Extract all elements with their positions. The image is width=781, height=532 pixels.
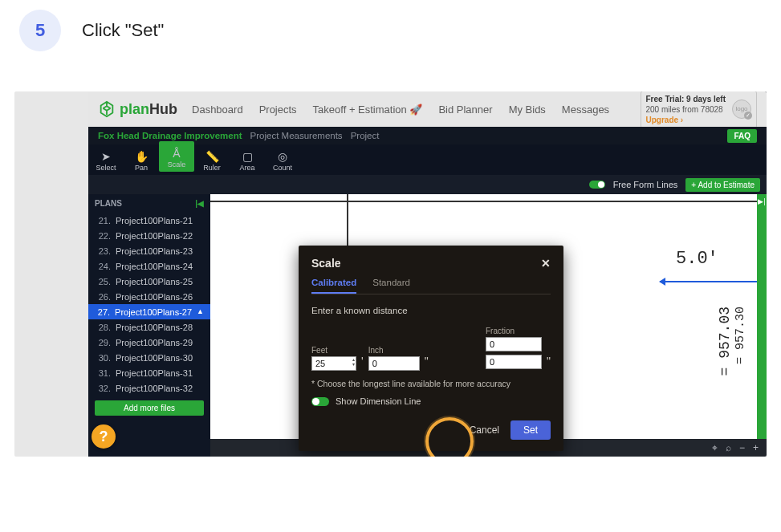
nav-messages[interactable]: Messages	[562, 104, 609, 116]
tab-calibrated[interactable]: Calibrated	[311, 278, 356, 294]
modal-title: Scale	[311, 257, 341, 270]
plan-num: 26.	[95, 292, 111, 302]
plan-name: Project100Plans-27	[115, 307, 192, 317]
label-feet: Feet	[311, 346, 356, 355]
nav-projects[interactable]: Projects	[259, 104, 297, 116]
trial-banner[interactable]: Free Trial: 9 days left 200 miles from 7…	[641, 91, 758, 128]
plan-name: Project100Plans-21	[116, 216, 193, 225]
nav-bid-planner[interactable]: Bid Planner	[438, 104, 492, 116]
input-feet[interactable]	[311, 356, 356, 371]
plan-name: Project100Plans-30	[116, 353, 193, 363]
plan-name: Project100Plans-32	[116, 384, 193, 393]
plans-title: PLANS	[95, 199, 122, 208]
plan-num: 30.	[95, 353, 111, 363]
plan-name: Project100Plans-31	[116, 368, 193, 378]
step-instruction: Click "Set"	[82, 20, 164, 41]
modal-close-icon[interactable]: ✕	[541, 257, 551, 270]
plan-name: Project100Plans-26	[116, 292, 193, 302]
plan-item[interactable]: 31.Project100Plans-31	[88, 365, 210, 380]
options-strip: Free Form Lines + Add to Estimate	[88, 175, 767, 194]
brand-text-right: Hub	[149, 101, 177, 117]
plan-name: Project100Plans-29	[116, 338, 193, 347]
plan-name: Project100Plans-24	[116, 262, 193, 271]
brand-text-left: plan	[120, 101, 149, 117]
tool-count[interactable]: ◎Count	[265, 151, 300, 172]
plan-name: Project100Plans-22	[116, 231, 193, 241]
show-dimension-toggle[interactable]	[311, 397, 329, 406]
input-inch[interactable]	[368, 356, 420, 371]
input-fraction-den[interactable]	[486, 355, 542, 369]
frac-mark: "	[547, 355, 551, 368]
plan-item[interactable]: 29.Project100Plans-29	[88, 335, 210, 350]
free-form-label: Free Form Lines	[613, 180, 678, 189]
plan-item[interactable]: 23.Project100Plans-23	[88, 243, 210, 258]
plan-num: 31.	[95, 368, 111, 378]
plan-item[interactable]: 32.Project100Plans-32	[88, 380, 210, 396]
user-avatar[interactable]: logo	[732, 99, 751, 119]
zoom-in-button[interactable]: +	[753, 442, 759, 453]
plan-item[interactable]: 28.Project100Plans-28	[88, 319, 210, 335]
collapse-sidebar-icon[interactable]: |◀	[195, 199, 204, 208]
crumb-measurements[interactable]: Project Measurements	[250, 131, 343, 140]
plan-num: 24.	[95, 262, 111, 271]
screenshot-container: planHub Dashboard Projects Takeoff + Est…	[14, 91, 767, 457]
trial-line1: Free Trial: 9 days left	[646, 94, 726, 104]
plan-item[interactable]: 25.Project100Plans-25	[88, 274, 210, 289]
modal-prompt: Enter a known distance	[311, 306, 551, 315]
plan-item[interactable]: 30.Project100Plans-30	[88, 350, 210, 365]
nav-takeoff[interactable]: Takeoff + Estimation 🚀	[313, 104, 423, 116]
input-fraction-num[interactable]	[486, 337, 542, 351]
tool-area[interactable]: ▢Area	[230, 151, 265, 172]
zoom-icon[interactable]: ⌕	[726, 442, 731, 453]
scale-modal: Scale ✕ Calibrated Standard Enter a know…	[299, 246, 563, 451]
brand-logo[interactable]: planHub	[98, 100, 177, 118]
tool-ruler[interactable]: 📏Ruler	[194, 151, 230, 172]
set-button[interactable]: Set	[510, 420, 551, 440]
plan-item[interactable]: 26.Project100Plans-26	[88, 289, 210, 304]
plans-sidebar: PLANS |◀ 21.Project100Plans-2122.Project…	[88, 194, 210, 457]
add-more-files-button[interactable]: Add more files	[95, 400, 204, 416]
plan-num: 32.	[95, 384, 111, 393]
selected-caret-icon: ▲	[197, 307, 204, 317]
plan-item[interactable]: 24.Project100Plans-24	[88, 258, 210, 274]
plan-num: 29.	[95, 338, 111, 347]
accuracy-hint: * Choose the longest line available for …	[311, 379, 551, 388]
plan-num: 27.	[95, 307, 110, 317]
plan-num: 22.	[95, 231, 111, 241]
crumb-project[interactable]: Fox Head Drainage Improvement	[98, 131, 242, 140]
plan-num: 23.	[95, 246, 111, 256]
nav-my-bids[interactable]: My Bids	[509, 104, 546, 116]
zoom-out-button[interactable]: −	[739, 442, 745, 453]
faq-button[interactable]: FAQ	[727, 129, 757, 143]
dimension-line	[660, 281, 767, 282]
plan-item[interactable]: 21.Project100Plans-21	[88, 213, 210, 228]
free-form-toggle[interactable]	[589, 181, 605, 189]
bp-label-r1: = 957.03	[717, 307, 733, 376]
add-to-estimate-button[interactable]: + Add to Estimate	[685, 178, 760, 192]
plan-item[interactable]: 22.Project100Plans-22	[88, 228, 210, 243]
step-number-badge: 5	[19, 10, 61, 51]
plan-num: 21.	[95, 216, 111, 225]
rail-collapse-icon[interactable]: ▶|	[757, 194, 767, 205]
tab-standard[interactable]: Standard	[372, 278, 410, 294]
help-bubble[interactable]: ?	[92, 424, 116, 449]
right-rail[interactable]: ▶|	[757, 194, 767, 439]
show-dimension-label: Show Dimension Line	[336, 396, 421, 406]
trial-line2: 200 miles from 78028	[646, 104, 726, 115]
tool-select[interactable]: ➤Select	[88, 151, 124, 172]
cancel-button[interactable]: Cancel	[470, 424, 499, 436]
brand-icon	[98, 100, 116, 118]
plan-name: Project100Plans-28	[116, 323, 193, 332]
inch-mark: "	[425, 355, 429, 368]
trial-upgrade[interactable]: Upgrade ›	[646, 115, 726, 125]
locate-icon[interactable]: ⌖	[712, 442, 718, 453]
plan-item[interactable]: 27.Project100Plans-27▲	[88, 304, 210, 319]
tool-pan[interactable]: ✋Pan	[124, 151, 159, 172]
target-icon: ◎	[278, 151, 287, 162]
bp-label-r2: = 957.30	[734, 307, 747, 364]
crumb-proj[interactable]: Project	[351, 131, 380, 140]
tool-scale[interactable]: ÅScale	[159, 141, 194, 172]
plan-name: Project100Plans-25	[116, 277, 193, 286]
area-icon: ▢	[242, 151, 253, 162]
nav-dashboard[interactable]: Dashboard	[192, 104, 243, 116]
